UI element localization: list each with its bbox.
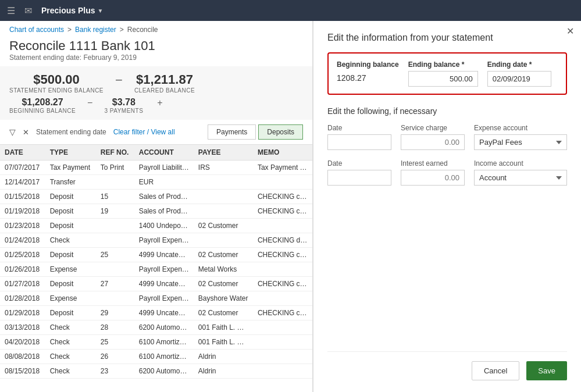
- table-cell: Check: [45, 350, 96, 364]
- income-account-select[interactable]: Account Interest Income Other: [474, 170, 567, 186]
- brand-arrow[interactable]: ▼: [98, 8, 104, 14]
- table-cell: Aldrin: [194, 364, 253, 379]
- service-charge-input[interactable]: [401, 134, 465, 150]
- col-type: TYPE: [45, 145, 96, 161]
- filter-icon[interactable]: ▽: [9, 127, 16, 137]
- table-cell: Payroll Expenses...: [134, 233, 194, 248]
- menu-icon[interactable]: ☰: [7, 5, 15, 16]
- table-cell: CHECKING cre...: [253, 190, 312, 204]
- table-cell: 15: [96, 190, 134, 204]
- table-row[interactable]: 01/29/2018Deposit294999 Uncategori...02 …: [0, 306, 312, 320]
- table-row[interactable]: 04/20/2018Check256100 Amortizati...001 F…: [0, 335, 312, 350]
- table-cell: Check: [45, 335, 96, 350]
- table-cell: Deposit: [45, 190, 96, 204]
- breadcrumb: Chart of accounts > Bank register > Reco…: [0, 21, 312, 36]
- table-row[interactable]: 01/19/2018Deposit19Sales of Product...CH…: [0, 204, 312, 219]
- col-payee: PAYEE: [194, 145, 253, 161]
- cancel-button[interactable]: Cancel: [472, 361, 519, 380]
- table-cell: 08/15/2018: [0, 364, 45, 379]
- table-cell: CHECKING cre...: [253, 248, 312, 262]
- col-ref: REF NO.: [96, 145, 134, 161]
- table-cell: [253, 219, 312, 233]
- table-row[interactable]: 01/23/2018Deposit1400 Undeposi...02 Cust…: [0, 219, 312, 233]
- table-row[interactable]: 12/14/2017TransferEUR: [0, 175, 312, 190]
- edit-row-1: Date Service charge Expense account PayP…: [327, 124, 567, 150]
- table-cell: 01/25/2018: [0, 248, 45, 262]
- table-row[interactable]: 01/26/2018ExpensePayroll Expenses...Meta…: [0, 262, 312, 277]
- date-input-1[interactable]: [327, 134, 391, 150]
- date-field-1: Date: [327, 124, 391, 150]
- mail-icon[interactable]: ✉: [24, 5, 32, 16]
- top-nav: ☰ ✉ Precious Plus ▼: [0, 0, 581, 21]
- table-cell: CHECKING deb...: [253, 233, 312, 248]
- breadcrumb-bank[interactable]: Bank register: [75, 26, 116, 34]
- table-cell: [96, 175, 134, 190]
- income-account-field: Income account Account Interest Income O…: [474, 159, 567, 186]
- table-cell: 12/14/2017: [0, 175, 45, 190]
- table-cell: [96, 291, 134, 306]
- table-cell: [253, 262, 312, 277]
- table-row[interactable]: 08/08/2018Check266100 Amortizati...Aldri…: [0, 350, 312, 364]
- table-cell: Deposit: [45, 306, 96, 320]
- table-cell: [96, 262, 134, 277]
- col-memo: MEMO: [253, 145, 312, 161]
- table-cell: 28: [96, 320, 134, 335]
- table-cell: 001 Faith L. Hope: [194, 335, 253, 350]
- expense-account-select[interactable]: PayPal Fees Bank Charges Other: [474, 134, 567, 150]
- breadcrumb-reconcile: Reconcile: [127, 26, 158, 34]
- save-button[interactable]: Save: [526, 361, 567, 380]
- table-row[interactable]: 03/13/2018Check286200 Automobile...001 F…: [0, 320, 312, 335]
- table-row[interactable]: 08/15/2018Check236200 Automobile...Aldri…: [0, 364, 312, 379]
- ending-date-input[interactable]: [487, 71, 551, 87]
- page-title: Reconcile 1111 Bank 101: [9, 38, 303, 54]
- table-cell: Aldrin: [194, 350, 253, 364]
- clear-filter-link[interactable]: Clear filter / View all: [113, 128, 175, 136]
- ending-balance-input[interactable]: [408, 71, 478, 87]
- table-row[interactable]: 07/07/2017Tax PaymentTo PrintPayroll Lia…: [0, 161, 312, 175]
- table-cell: [194, 190, 253, 204]
- table-cell: [96, 219, 134, 233]
- title-area: Reconcile 1111 Bank 101 Statement ending…: [0, 36, 312, 66]
- date-field-2: Date: [327, 159, 391, 186]
- date-input-2[interactable]: [327, 170, 391, 186]
- table-container: DATE TYPE REF NO. ACCOUNT PAYEE MEMO 07/…: [0, 145, 312, 392]
- table-row[interactable]: 01/28/2018ExpensePayroll Expenses...Bays…: [0, 291, 312, 306]
- table-row[interactable]: 01/27/2018Deposit274999 Uncategori...02 …: [0, 277, 312, 291]
- table-cell: [194, 204, 253, 219]
- table-cell: 6200 Automobile...: [134, 320, 194, 335]
- table-row[interactable]: 01/24/2018CheckPayroll Expenses...CHECKI…: [0, 233, 312, 248]
- table-row[interactable]: 01/15/2018Deposit15Sales of Product...CH…: [0, 190, 312, 204]
- table-cell: Tax Payment fo...: [253, 161, 312, 175]
- table-row[interactable]: 01/25/2018Deposit254999 Uncategori...02 …: [0, 248, 312, 262]
- interest-earned-input[interactable]: [401, 170, 465, 186]
- table-cell: [253, 320, 312, 335]
- clear-filter-x[interactable]: ✕: [23, 128, 29, 137]
- breadcrumb-chart[interactable]: Chart of accounts: [9, 26, 64, 34]
- plus-icon: +: [157, 98, 162, 108]
- table-cell: [96, 233, 134, 248]
- table-cell: Bayshore Water: [194, 291, 253, 306]
- table-cell: Sales of Product...: [134, 204, 194, 219]
- tab-payments[interactable]: Payments: [208, 124, 256, 140]
- table-cell: 25: [96, 335, 134, 350]
- tab-deposits[interactable]: Deposits: [258, 124, 303, 140]
- table-cell: 01/28/2018: [0, 291, 45, 306]
- table-cell: Transfer: [45, 175, 96, 190]
- beginning-balance-field: Beginning balance 1208.27: [337, 60, 399, 85]
- table-cell: IRS: [194, 161, 253, 175]
- table-cell: CHECKING cre...: [253, 204, 312, 219]
- table-cell: [253, 175, 312, 190]
- table-cell: [253, 364, 312, 379]
- toolbar: ▽ ✕ Statement ending date Clear filter /…: [0, 120, 312, 145]
- table-cell: Expense: [45, 291, 96, 306]
- table-cell: [194, 175, 253, 190]
- table-cell: Deposit: [45, 219, 96, 233]
- table-cell: 4999 Uncategori...: [134, 248, 194, 262]
- table-cell: 6100 Amortizati...: [134, 350, 194, 364]
- table-cell: 01/26/2018: [0, 262, 45, 277]
- close-button[interactable]: ✕: [566, 26, 574, 37]
- filter-label: Statement ending date: [36, 128, 106, 136]
- table-cell: 6100 Amortizati...: [134, 335, 194, 350]
- table-cell: Tax Payment: [45, 161, 96, 175]
- table-cell: To Print: [96, 161, 134, 175]
